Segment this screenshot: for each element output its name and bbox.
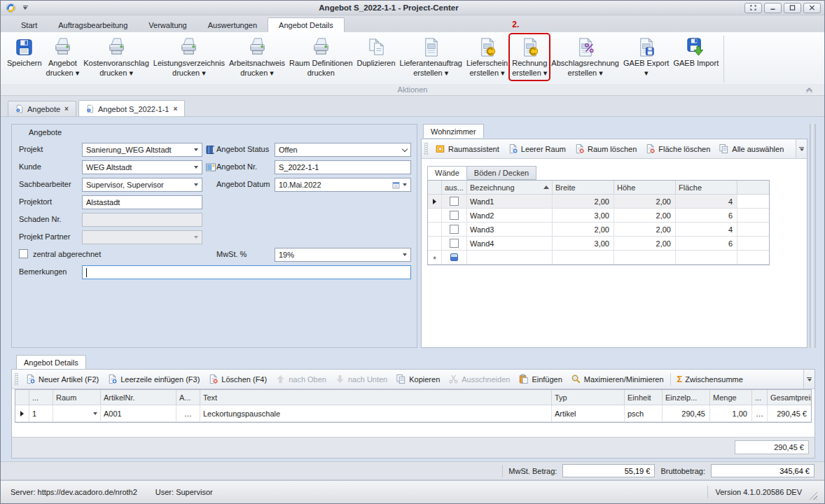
- cell-text[interactable]: Leckortungspauschale: [200, 405, 552, 422]
- toolbar-overflow-button[interactable]: [796, 139, 807, 158]
- col-menge[interactable]: Menge: [710, 390, 752, 405]
- loeschen-button[interactable]: Löschen (F4): [204, 372, 271, 386]
- alle-auswaehlen-button[interactable]: Alle auswählen: [714, 141, 788, 156]
- lieferantenauftrag-erstellen-button[interactable]: Lieferantenauftrag erstellen ▾: [398, 34, 464, 80]
- new-row[interactable]: *: [428, 251, 769, 265]
- project-book-icon[interactable]: [205, 144, 216, 155]
- col-aus[interactable]: aus...: [442, 181, 467, 195]
- wall-row-3[interactable]: Wand3 2,00 2,00 4: [428, 223, 769, 237]
- lieferschein-erstellen-button[interactable]: Lieferschein erstellen ▾: [464, 34, 510, 80]
- customer-card-icon[interactable]: [205, 162, 216, 173]
- cell-hoehe[interactable]: 2,00: [614, 223, 676, 237]
- rechnung-erstellen-button[interactable]: 2. Rechnung erstellen ▾: [510, 34, 549, 80]
- gaeb-import-button[interactable]: GAEB Import: [671, 34, 721, 70]
- einfuegen-button[interactable]: Einfügen: [514, 372, 566, 386]
- ribbon-tab-start[interactable]: Start: [11, 18, 48, 32]
- col-raum[interactable]: Raum: [53, 390, 101, 405]
- ribbon-tab-verwaltung[interactable]: Verwaltung: [138, 18, 197, 32]
- vertical-splitter[interactable]: [810, 124, 816, 348]
- angebot-nr-input[interactable]: [275, 160, 411, 174]
- cell-gesamtpreis[interactable]: 290,45 €: [768, 405, 811, 422]
- fullscreen-button[interactable]: [744, 3, 762, 13]
- cell-flaeche[interactable]: 4: [676, 223, 737, 237]
- leerzeile-einfuegen-button[interactable]: Leerzeile einfügen (F3): [103, 372, 204, 386]
- toolbar-grip[interactable]: [15, 373, 18, 386]
- doc-tab-angebote[interactable]: Angebote ×: [8, 101, 76, 116]
- app-logo-icon[interactable]: [6, 3, 16, 13]
- cell-hoehe[interactable]: 2,00: [614, 237, 676, 251]
- angebot-status-combo[interactable]: Offen: [275, 143, 411, 157]
- close-tab-icon[interactable]: ×: [64, 105, 69, 113]
- tab-angebot-details[interactable]: Angebot Details: [16, 355, 86, 369]
- cell-hoehe[interactable]: 2,00: [614, 195, 676, 209]
- col-typ[interactable]: Typ: [552, 390, 625, 405]
- duplizieren-button[interactable]: Duplizieren: [355, 34, 398, 70]
- cell-flaeche[interactable]: 6: [676, 209, 737, 223]
- cell-raum-combo[interactable]: [53, 405, 101, 422]
- wall-row-2[interactable]: Wand2 3,00 2,00 6: [428, 209, 769, 223]
- cell-bezeichnung[interactable]: Wand1: [467, 195, 553, 209]
- wall-row-1[interactable]: Wand1 2,00 2,00 4: [428, 195, 769, 209]
- kunde-combo[interactable]: WEG Altstadt: [82, 160, 202, 174]
- cell-bezeichnung[interactable]: Wand4: [467, 237, 553, 251]
- zentral-abgerechnet-checkbox[interactable]: [19, 249, 28, 258]
- wall-row-4[interactable]: Wand4 3,00 2,00 6: [428, 237, 769, 251]
- cell-bezeichnung[interactable]: Wand2: [467, 209, 553, 223]
- leerer-raum-button[interactable]: Leerer Raum: [504, 141, 570, 156]
- bemerkungen-input[interactable]: [82, 265, 411, 279]
- col-gesamtpreis[interactable]: Gesamtpreis: [768, 390, 811, 405]
- tab-wohnzimmer[interactable]: Wohnzimmer: [423, 124, 484, 138]
- ellipsis-button[interactable]: …: [752, 405, 768, 422]
- cell-typ[interactable]: Artikel: [552, 405, 625, 422]
- minimize-button[interactable]: [764, 3, 782, 13]
- col-artikelnr[interactable]: ArtikelNr.: [101, 390, 176, 405]
- tab-waende[interactable]: Wände: [427, 166, 467, 180]
- cell-breite[interactable]: 3,00: [553, 209, 614, 223]
- cell-breite[interactable]: 3,00: [553, 237, 614, 251]
- projektort-input[interactable]: [82, 195, 202, 209]
- raum-loeschen-button[interactable]: Raum löschen: [570, 141, 641, 156]
- kopieren-button[interactable]: Kopieren: [391, 372, 444, 386]
- cell-hoehe[interactable]: 2,00: [614, 209, 676, 223]
- leistungsverzeichnis-drucken-button[interactable]: Leistungsverzeichnis drucken ▾: [151, 34, 227, 80]
- close-button[interactable]: [803, 3, 821, 13]
- sachbearbeiter-combo[interactable]: Supervisor, Supervisor: [82, 178, 202, 192]
- tab-boeden-decken[interactable]: Böden / Decken: [466, 166, 536, 180]
- cell-flaeche[interactable]: 4: [676, 195, 737, 209]
- projekt-combo[interactable]: Sanierung_WEG Altstadt: [82, 143, 202, 157]
- col-breite[interactable]: Breite: [553, 181, 614, 195]
- cell-einzelpreis[interactable]: 290,45: [663, 405, 710, 422]
- collapse-ribbon-button[interactable]: [803, 85, 814, 94]
- col-text[interactable]: Text: [200, 390, 552, 405]
- col-einzelpreis[interactable]: Einzelp...: [663, 390, 710, 405]
- mwst-combo[interactable]: 19%: [275, 248, 411, 262]
- speichern-button[interactable]: Speichern: [5, 34, 44, 70]
- col-dots2[interactable]: ...: [752, 390, 768, 405]
- kostenvoranschlag-drucken-button[interactable]: Kostenvoranschlag drucken ▾: [81, 34, 151, 80]
- cell-num[interactable]: 1: [29, 405, 53, 422]
- cell-artikelnr[interactable]: A001: [101, 405, 176, 422]
- row-checkbox[interactable]: [450, 225, 459, 234]
- ellipsis-button[interactable]: …: [176, 405, 200, 422]
- gaeb-export-button[interactable]: GAEB Export ▾: [621, 34, 671, 80]
- resize-grip[interactable]: [809, 491, 817, 500]
- col-a[interactable]: A...: [176, 390, 200, 405]
- ribbon-tab-auswertungen[interactable]: Auswertungen: [197, 18, 268, 32]
- col-hoehe[interactable]: Höhe: [614, 181, 676, 195]
- angebot-drucken-button[interactable]: Angebot drucken ▾: [44, 34, 82, 80]
- abschlagsrechnung-erstellen-button[interactable]: Abschlagsrechnung erstellen ▾: [549, 34, 621, 80]
- toolbar-overflow-button[interactable]: [803, 370, 814, 388]
- row-checkbox[interactable]: [450, 239, 459, 248]
- zwischensumme-button[interactable]: Σ Zwischensumme: [673, 372, 747, 386]
- neuer-artikel-button[interactable]: Neuer Artikel (F2): [21, 372, 103, 386]
- row-checkbox[interactable]: [450, 197, 459, 206]
- raumassistent-button[interactable]: Raumassistent: [431, 141, 504, 156]
- cell-menge[interactable]: 1,00: [710, 405, 752, 422]
- toolbar-grip[interactable]: [424, 143, 428, 155]
- cell-breite[interactable]: 2,00: [553, 195, 614, 209]
- cell-flaeche[interactable]: 6: [676, 237, 737, 251]
- ribbon-tab-auftragsbearbeitung[interactable]: Auftragsbearbeitung: [48, 18, 138, 32]
- row-checkbox[interactable]: [450, 211, 459, 220]
- angebot-datum-picker[interactable]: 10.Mai.2022: [275, 178, 411, 192]
- raum-definitionen-drucken-button[interactable]: Raum Definitionen drucken: [287, 34, 355, 80]
